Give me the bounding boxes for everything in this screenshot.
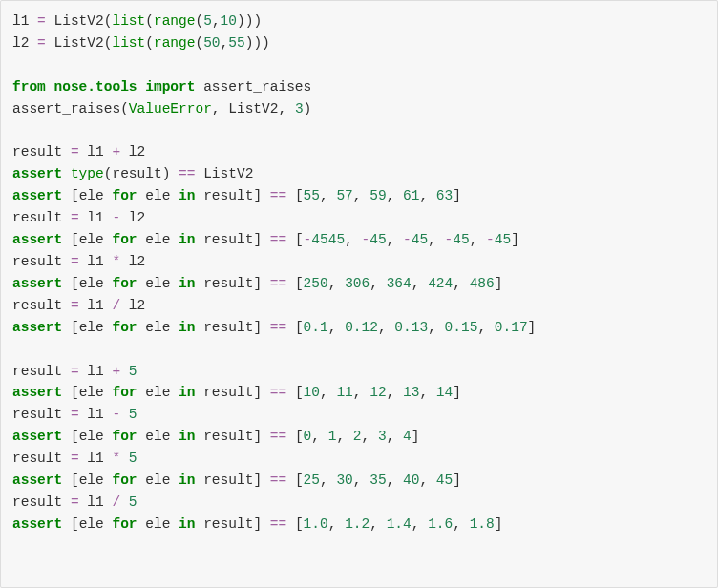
line-assert-mul: assert [ele for ele in result] == [250, … bbox=[12, 276, 502, 291]
line-div: result = l1 / l2 bbox=[12, 298, 145, 313]
line-add-s: result = l1 + 5 bbox=[12, 364, 137, 379]
line-import: from nose.tools import assert_raises bbox=[12, 79, 311, 94]
line-div-s: result = l1 / 5 bbox=[12, 494, 137, 510]
line-assert-sub: assert [ele for ele in result] == [-45-4… bbox=[12, 232, 519, 247]
line-mul: result = l1 * l2 bbox=[12, 254, 145, 269]
line-assert-div-s: assert [ele for ele in result] == [1.0, … bbox=[12, 516, 502, 532]
line-1: l1 = ListV2(list(range(5,10))) bbox=[12, 13, 262, 29]
line-sub-s: result = l1 - 5 bbox=[12, 407, 137, 422]
line-assert-sub-s: assert [ele for ele in result] == [0, 1,… bbox=[12, 429, 419, 444]
line-assert-add-s: assert [ele for ele in result] == [10, 1… bbox=[12, 385, 461, 400]
line-assert-div: assert [ele for ele in result] == [0.1, … bbox=[12, 320, 536, 335]
line-2: l2 = ListV2(list(range(50,55))) bbox=[12, 35, 270, 51]
code-block: l1 = ListV2(list(range(5,10))) l2 = List… bbox=[0, 0, 718, 588]
line-sub: result = l1 - l2 bbox=[12, 210, 145, 225]
var: l1 bbox=[12, 13, 29, 29]
line-assert-mul-s: assert [ele for ele in result] == [25, 3… bbox=[12, 472, 461, 488]
line-assert-raises: assert_raises(ValueError, ListV2, 3) bbox=[12, 101, 311, 116]
line-mul-s: result = l1 * 5 bbox=[12, 451, 137, 466]
line-assert-add: assert [ele for ele in result] == [55, 5… bbox=[12, 188, 461, 203]
line-assert-type: assert type(result) == ListV2 bbox=[12, 166, 253, 181]
line-add: result = l1 + l2 bbox=[12, 144, 145, 159]
